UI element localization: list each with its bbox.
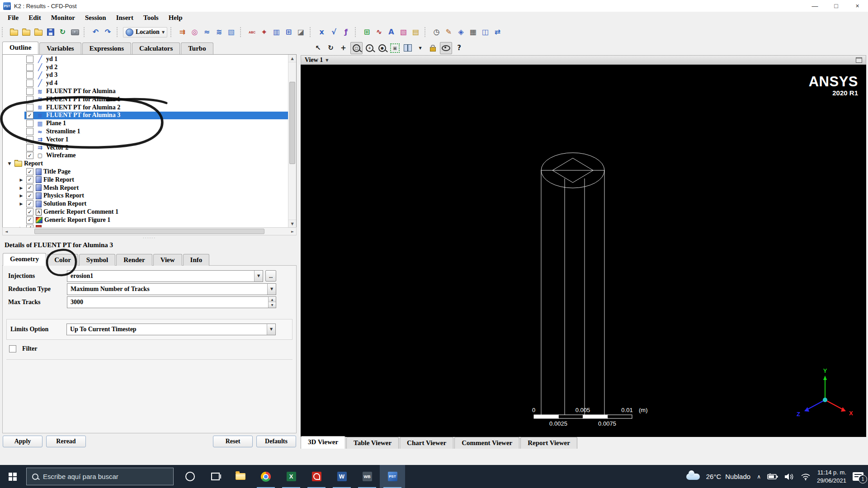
sync-views-button[interactable]: ⇄ — [492, 27, 503, 38]
visibility-checkbox[interactable] — [26, 88, 33, 95]
visibility-checkbox[interactable] — [26, 200, 33, 207]
sync-visibility-button[interactable] — [440, 42, 452, 54]
row-body[interactable]: File Report — [24, 176, 288, 184]
load-state-button[interactable] — [20, 27, 32, 38]
maximize-button[interactable]: □ — [826, 0, 847, 12]
tab-expressions[interactable]: Expressions — [82, 42, 131, 54]
row-body[interactable]: ⇉Vector 2 — [24, 144, 288, 152]
scroll-left-icon[interactable]: ◄ — [3, 228, 10, 235]
calculators-button[interactable]: ƒ — [340, 27, 352, 38]
row-body[interactable]: ≋FLUENT PT for Alumina 1 — [24, 95, 288, 103]
expander-right-icon[interactable] — [18, 193, 24, 198]
tree-item-yd-3[interactable]: ╱yd 3 — [3, 71, 288, 80]
save-state-button[interactable] — [33, 27, 44, 38]
visibility-checkbox[interactable] — [26, 192, 33, 199]
excel-button[interactable]: X — [278, 465, 304, 488]
toolbar-grip[interactable] — [355, 27, 358, 37]
row-body[interactable]: Solution Report — [24, 200, 288, 208]
tree-item-file-report[interactable]: File Report — [3, 176, 288, 184]
visibility-checkbox[interactable] — [26, 184, 33, 192]
speaker-icon[interactable] — [784, 473, 794, 480]
expander-down-icon[interactable] — [6, 161, 13, 166]
menu-tools[interactable]: Tools — [138, 13, 164, 23]
split-viewport-button[interactable] — [402, 42, 413, 54]
visibility-checkbox[interactable] — [26, 136, 33, 143]
zoom-box-tool[interactable]: □ — [350, 42, 363, 54]
visibility-checkbox[interactable] — [26, 168, 33, 175]
tree-item-report[interactable]: Report — [3, 160, 288, 168]
timestep-selector-button[interactable]: ◷ — [431, 27, 442, 38]
details-tab-render[interactable]: Render — [116, 254, 152, 266]
visibility-checkbox[interactable] — [26, 112, 33, 119]
tree-item-yd-2[interactable]: ╱yd 2 — [3, 63, 288, 71]
tree-item-generic-report-comment-1[interactable]: AGeneric Report Comment 1 — [3, 208, 288, 216]
visibility-checkbox[interactable] — [26, 64, 33, 71]
weather-cloud-icon[interactable] — [686, 474, 700, 480]
expander-right-icon[interactable] — [18, 202, 24, 206]
visibility-checkbox[interactable] — [26, 104, 33, 111]
notification-center-icon[interactable]: 1 — [853, 472, 863, 481]
quick-editor-button[interactable]: ✎ — [443, 27, 454, 38]
row-body[interactable]: ⇉Vector 1 — [24, 136, 288, 144]
row-body[interactable]: AGeneric Report Comment 1 — [24, 208, 288, 216]
tree-horizontal-scrollbar[interactable]: ◄ ► — [2, 227, 297, 235]
menu-file[interactable]: File — [3, 13, 24, 23]
tree-item-fluent-pt-for-alumina-2[interactable]: ≋FLUENT PT for Alumina 2 — [3, 103, 288, 112]
tree-vertical-scrollbar[interactable]: ▲ ▼ — [288, 55, 296, 227]
weather-widget[interactable]: 26°C Nublado — [706, 473, 750, 480]
visibility-checkbox[interactable] — [26, 152, 33, 159]
reread-button[interactable]: Reread — [46, 436, 86, 447]
wifi-icon[interactable] — [801, 473, 811, 480]
fit-view-button[interactable]: ▣ — [389, 42, 401, 54]
zoom-all-tool[interactable]: ● — [377, 42, 388, 54]
details-tab-color[interactable]: Color — [47, 254, 78, 266]
row-body[interactable]: Report — [13, 160, 288, 168]
battery-icon[interactable] — [767, 474, 778, 480]
pan-tool[interactable]: + — [338, 42, 349, 54]
details-tab-view[interactable]: View — [153, 254, 182, 266]
minimize-button[interactable]: — — [804, 0, 826, 12]
insert-legend-button[interactable]: ▥ — [271, 27, 282, 38]
spinner-buttons[interactable]: ▲▼ — [268, 297, 276, 308]
tree-item-vector-2[interactable]: ⇉Vector 2 — [3, 144, 288, 152]
toolbar-grip[interactable] — [310, 27, 313, 37]
reduction-type-combo[interactable]: Maximum Number of Tracks ▼ — [67, 283, 276, 295]
tree-item-title-page[interactable]: Title Page — [3, 168, 288, 176]
row-body[interactable]: ╱yd 2 — [24, 63, 288, 71]
spin-up-icon[interactable]: ▲ — [268, 297, 276, 303]
animation-button[interactable]: ▦ — [467, 27, 479, 38]
case-comparison-button[interactable]: ◫ — [480, 27, 491, 38]
toolbar-grip[interactable] — [2, 27, 5, 37]
reset-button[interactable]: Reset — [213, 436, 253, 447]
viewer-tab-chart-viewer[interactable]: Chart Viewer — [400, 437, 453, 449]
apply-button[interactable]: Apply — [3, 436, 42, 447]
row-body[interactable]: ≋FLUENT PT for Alumina — [24, 87, 288, 95]
cortana-button[interactable] — [177, 465, 203, 488]
insert-report-button[interactable]: ▤ — [410, 27, 421, 38]
row-body[interactable]: ╱yd 1 — [24, 55, 288, 63]
keyframe-animation-button[interactable]: ◈ — [455, 27, 467, 38]
insert-coord-frame-button[interactable]: ⌖ — [259, 27, 270, 38]
row-body[interactable]: ▢Wireframe — [24, 152, 288, 160]
file-explorer-button[interactable] — [228, 465, 253, 488]
view-header[interactable]: View 1 ▼ — [301, 55, 866, 65]
location-selector[interactable]: Location▼ — [123, 27, 167, 38]
viewport-lock-button[interactable] — [427, 42, 439, 54]
menu-help[interactable]: Help — [164, 13, 188, 23]
visibility-checkbox[interactable] — [26, 120, 33, 127]
insert-vector-button[interactable]: ⇉ — [177, 27, 188, 38]
selected-row[interactable]: ≋FLUENT PT for Alumina 3 — [24, 112, 288, 120]
workbench-button[interactable]: WB — [354, 465, 380, 488]
tab-outline[interactable]: Outline — [2, 42, 38, 54]
row-body[interactable] — [24, 224, 288, 227]
task-view-button[interactable] — [203, 465, 228, 488]
tree-item-physics-report[interactable]: Physics Report — [3, 192, 288, 200]
expressions-button[interactable]: √ — [328, 27, 340, 38]
insert-figure-button[interactable]: ▧ — [398, 27, 409, 38]
tree-item-mesh-report[interactable]: Mesh Report — [3, 184, 288, 192]
toolbar-grip[interactable] — [117, 27, 120, 37]
row-body[interactable]: Physics Report — [24, 192, 288, 200]
insert-clip-plane-button[interactable]: ◪ — [295, 27, 307, 38]
toolbar-grip[interactable] — [425, 27, 428, 37]
refresh-button[interactable]: ↻ — [57, 27, 68, 38]
